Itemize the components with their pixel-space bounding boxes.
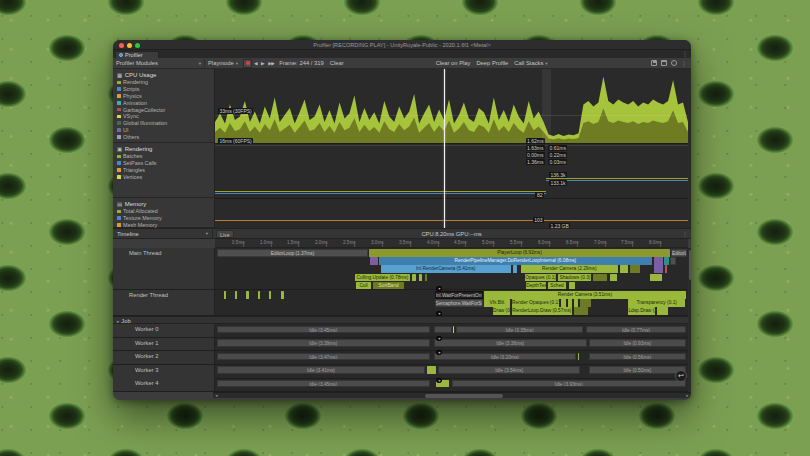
module-counter-scripts[interactable]: Scripts [117, 86, 214, 93]
timeline-span[interactable]: Idle (3.47ms) [217, 353, 430, 361]
timeline-span-small[interactable] [574, 307, 588, 315]
horizontal-scroll-thumb[interactable] [425, 394, 503, 398]
clear-on-play-toggle[interactable]: Clear on Play [433, 59, 474, 68]
scroll-left-icon[interactable]: ◂ [213, 393, 220, 399]
timeline-span[interactable]: Idle (3.54ms) [438, 366, 580, 374]
timeline-span[interactable]: Semaphore.WaitForSignal (0.9ms) [435, 299, 483, 307]
module-counter-animation[interactable]: Animation [117, 99, 214, 106]
timeline-span[interactable]: Vfx.Blit [484, 299, 511, 307]
timeline-span[interactable]: Idle (3.36ms) [434, 339, 587, 347]
close-window-button[interactable] [119, 43, 124, 48]
timeline-span-small[interactable] [654, 257, 664, 265]
module-counter-texture-memory[interactable]: Texture Memory [117, 215, 214, 222]
module-header[interactable]: ▤Memory [117, 200, 214, 208]
timeline-span-small[interactable] [580, 299, 590, 307]
timeline-span-small[interactable] [593, 274, 606, 282]
charts-pane[interactable] [215, 69, 688, 228]
timeline-span-small[interactable] [258, 291, 260, 299]
timeline-ruler[interactable]: 0.5ms1.0ms1.5ms2.0ms2.5ms3.0ms3.5ms4.0ms… [215, 239, 688, 248]
tab-bar-menu-icon[interactable]: ⋮ [682, 50, 688, 58]
module-counter-total-allocated[interactable]: Total Allocated [117, 208, 214, 215]
timeline-span-small[interactable] [665, 265, 667, 273]
timeline-span-small[interactable] [578, 353, 579, 361]
job-group-header[interactable]: ▸Job [113, 316, 691, 324]
timeline-span-small[interactable] [610, 274, 618, 282]
module-header[interactable]: ▦CPU Usage [117, 71, 214, 79]
timeline-span[interactable]: EditorLoop (1.37ms) [217, 249, 368, 257]
horizontal-scrollbar[interactable]: ◂ ▸ [213, 392, 691, 398]
previous-frame-button[interactable]: ◀ [252, 59, 259, 68]
timeline-span-small[interactable] [425, 274, 428, 282]
timeline-span[interactable]: Inl.RenderCamera (5.41ms) [381, 265, 512, 273]
profiler-modules-dropdown[interactable]: Profiler Modules ▾ [113, 59, 205, 68]
timeline-span[interactable]: Transparency (0.1) [628, 299, 685, 307]
lane-bars-worker-4[interactable]: Idle (3.45ms)Idle (3.93ms) [215, 378, 688, 392]
timeline-span[interactable]: Shadows (0.3) [558, 274, 591, 282]
timeline-span[interactable]: Idle (0.77ms) [586, 326, 686, 334]
module-counter-rendering[interactable]: Rendering [117, 79, 214, 86]
deep-profile-toggle[interactable]: Deep Profile [473, 59, 511, 68]
title-bar[interactable]: Profiler [RECORDING PLAY] - UnityRoyale-… [113, 40, 691, 50]
timeline-span[interactable]: Render Camera (2.29ms) [521, 265, 618, 273]
timeline-span[interactable]: Opaques (0.1) [525, 274, 555, 282]
timeline-span-small[interactable] [620, 265, 629, 273]
timeline-span-small[interactable] [412, 274, 417, 282]
lane-bars-worker-1[interactable]: Idle (3.39ms)Idle (3.36ms)Idle (0.93ms) [215, 338, 688, 352]
playhead-line[interactable] [444, 69, 445, 228]
minimize-window-button[interactable] [127, 43, 132, 48]
module-counter-physics[interactable]: Physics [117, 93, 214, 100]
module-counter-vsync[interactable]: VSync [117, 113, 214, 120]
timeline-span[interactable]: Draw (0) [493, 307, 510, 315]
timeline-span[interactable]: PlayerLoop (6.92ms) [369, 249, 670, 257]
timeline-span-small[interactable] [246, 291, 248, 299]
timeline-span-small[interactable] [664, 257, 668, 265]
lane-bars-render-thread[interactable]: Inl.WaitForPresentOnGfxThreadRender Came… [215, 290, 688, 316]
module-counter-setpass-calls[interactable]: SetPass Calls [117, 160, 214, 167]
timeline-span[interactable]: Culling.Update (0.78ms) [355, 274, 410, 282]
timeline-span-small[interactable] [657, 307, 668, 315]
clear-button[interactable]: Clear [327, 59, 347, 68]
timeline-span-small[interactable] [224, 291, 226, 299]
timeline-span[interactable]: Idle (3.35ms) [456, 326, 583, 334]
timeline-span-small[interactable] [453, 326, 454, 334]
timeline-span[interactable]: Render Camera (3.51ms) [484, 291, 686, 299]
timeline-span-small[interactable] [630, 265, 640, 273]
timeline-span-small[interactable] [235, 291, 237, 299]
timeline-span[interactable]: Idle (0.56ms) [589, 353, 686, 361]
timeline-span[interactable]: Idle (3.20ms) [434, 353, 577, 361]
vertical-scrollbar[interactable] [688, 248, 691, 392]
help-icon[interactable] [671, 60, 677, 66]
module-header[interactable]: ▣Rendering [117, 145, 214, 153]
lane-bars-main-thread[interactable]: EditorLoop (1.37ms)PlayerLoop (6.92ms)Ed… [215, 248, 688, 290]
timeline-span-small[interactable] [670, 257, 676, 265]
call-stacks-dropdown[interactable]: Call Stacks ▾ [511, 59, 550, 68]
timeline-span[interactable]: RenderPipelineManager.DoRenderLoopIntern… [379, 257, 652, 265]
toolbar-menu-icon[interactable]: ⋮ [681, 60, 687, 67]
timeline-span-small[interactable] [561, 299, 566, 307]
timeline-span[interactable]: Idle (0.50ms) [589, 366, 686, 374]
timeline-span-small[interactable] [427, 366, 437, 374]
module-counter-vertices[interactable]: Vertices [117, 173, 214, 180]
timeline-span[interactable]: Idle (0.93ms) [589, 339, 686, 347]
timeline-span-small[interactable] [654, 265, 663, 273]
playmode-dropdown[interactable]: Playmode ▾ [205, 59, 241, 68]
module-counter-triangles[interactable]: Triangles [117, 167, 214, 174]
tab-profiler[interactable]: Profiler [115, 51, 159, 59]
save-icon[interactable] [651, 60, 657, 66]
load-icon[interactable] [661, 60, 667, 66]
timeline-span[interactable]: Idle (3.93ms) [452, 380, 687, 388]
timeline-span[interactable]: Idle (3.39ms) [217, 339, 430, 347]
record-button[interactable] [243, 59, 252, 68]
timeline-span[interactable]: Inl.WaitForPresentOnGfxThread [435, 291, 483, 299]
timeline-span-small[interactable] [269, 291, 271, 299]
scroll-right-icon[interactable]: ▸ [684, 393, 691, 399]
lane-bars-worker-2[interactable]: Idle (3.47ms)Idle (3.20ms)Idle (0.56ms) [215, 351, 688, 365]
vertical-scroll-thumb[interactable] [689, 250, 691, 280]
timeline-span[interactable]: RenderLoop.Draw (0.57ms) [512, 307, 572, 315]
module-counter-others[interactable]: Others [117, 133, 214, 140]
timeline-span-small[interactable] [281, 291, 283, 299]
lane-bars-worker-3[interactable]: Idle (3.41ms)Idle (3.54ms)Idle (0.50ms) [215, 365, 688, 379]
timeline-span[interactable]: Ldsp.Draw (1) [628, 307, 655, 315]
timeline-span-small[interactable] [370, 257, 378, 265]
lane-bars-worker-0[interactable]: Idle (3.45ms)Idle (3.35ms)Idle (0.77ms) [215, 324, 688, 338]
